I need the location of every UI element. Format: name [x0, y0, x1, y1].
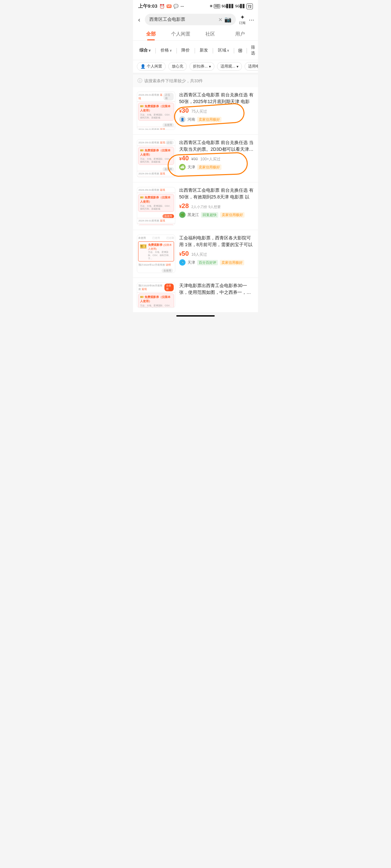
product-image-4: 未使用 已使用 已过期 🎫 免费观影券 (仅限本人使用) 万达、大地、星博国际、…	[137, 235, 175, 273]
product-title-3: 出西青区工会电影票 前台兑换任选 有50张，有效期到25.8天津 电影票 以	[179, 187, 254, 200]
chevron-price-icon: ∨	[170, 49, 172, 52]
status-bar: 上午9:03 ⏰ MI 💬 ··· ✳ HD 5G▋▋▋ 5G▋▋ 72	[133, 0, 258, 11]
tab-bar: 全部 个人闲置 社区 用户	[133, 28, 258, 41]
status-time: 上午9:03	[138, 3, 157, 9]
tag-theater[interactable]: 适用电	[245, 62, 258, 71]
camera-icon[interactable]: 📷	[224, 16, 231, 23]
price-row-4: 50 16人买过	[179, 250, 254, 257]
seller-reply-badge-3: 回复超快	[201, 212, 218, 218]
tag-personal[interactable]: 👤 个人闲置	[137, 62, 166, 71]
product-item-2[interactable]: 2024-09-01前有效 返现 占位 🎫 免费观影券（仅限本人使用） 万达、大…	[133, 135, 258, 182]
filter-sep-1: |	[155, 47, 157, 54]
seller-row-1: 👤 河南 卖家信用极好	[179, 116, 254, 123]
seller-location-4: 天津	[188, 260, 195, 265]
product-info-2: 出西青区工会电影票 前台兑换任选 当天取当天的票。2D3D都可以看天津 电 40…	[179, 139, 254, 178]
product-image-2: 2024-09-01前有效 返现 占位 🎫 免费观影券（仅限本人使用） 万达、大…	[137, 139, 175, 178]
product-info-3: 出西青区工会电影票 前台兑换任选 有50张，有效期到25.8天津 电影票 以 2…	[179, 187, 254, 225]
price-main-1: 30	[179, 107, 189, 114]
product-item-5[interactable]: 预计2025年08月前有效 返现 去使用 🎫 免费观影券（仅限本人使用） 万达、…	[133, 278, 258, 313]
filter-sep-2: |	[176, 47, 177, 54]
filter-discount[interactable]: 降价	[179, 46, 192, 54]
subscribe-button[interactable]: ✦ 订阅	[239, 14, 246, 25]
search-input-box[interactable]: 西青区工会电影票 ✕ 📷	[145, 14, 236, 25]
price-original-2: ¥90	[191, 157, 198, 161]
info-text: 该搜索条件下结果较少，共33件	[144, 78, 203, 84]
chevron-region-icon: ∨	[227, 49, 229, 52]
product-image-3: 2024-09-01前有效 返现 🎫 免费观影券（仅限本人使用） 万达、大地、星…	[137, 187, 175, 225]
back-button[interactable]: ‹	[137, 16, 142, 23]
bluetooth-icon: ✳	[210, 4, 213, 8]
tag-coupon[interactable]: 折扣券... ▾	[189, 62, 215, 71]
subscribe-label: 订阅	[239, 21, 246, 25]
product-info-1: 出西青区工会电影票 前台兑换任选 有50张，2025年12月底到期天津 电影 3…	[179, 92, 254, 130]
price-sold-2: 100+人买过	[200, 156, 221, 162]
seller-badge-3: 卖家信用极好	[220, 212, 245, 218]
product-item-4[interactable]: 未使用 已使用 已过期 🎫 免费观影券 (仅限本人使用) 万达、大地、星博国际、…	[133, 230, 258, 278]
price-main-3: 28	[179, 202, 189, 210]
product-image-5: 预计2025年08月前有效 返现 去使用 🎫 免费观影券（仅限本人使用） 万达、…	[137, 282, 175, 308]
product-item-3[interactable]: 2024-09-01前有效 返现 🎫 免费观影券（仅限本人使用） 万达、大地、星…	[133, 182, 258, 230]
filter-screen-button[interactable]: 筛选	[249, 43, 257, 57]
seller-location-3: 黑龙江	[188, 212, 199, 218]
filter-comprehensive[interactable]: 综合 ∨	[137, 46, 153, 54]
price-sold-4: 16人买过	[191, 252, 207, 257]
filter-sep-3: |	[194, 47, 196, 54]
product-image-1: 2024-09-01前有效 返现 占位用 🎫 免费观影券（仅限本人使用） 万达、…	[137, 92, 175, 130]
mi-icon: MI	[167, 4, 171, 8]
seller-badge-4: 卖家信用极好	[220, 260, 244, 265]
filter-region[interactable]: 区域 ∨	[215, 46, 232, 54]
filter-new[interactable]: 新发	[197, 46, 211, 54]
filter-price[interactable]: 价格 ∨	[158, 46, 174, 54]
product-item-1[interactable]: 2024-09-01前有效 返现 占位用 🎫 免费观影券（仅限本人使用） 万达、…	[133, 87, 258, 135]
product-info-5: 天津电影票出西青工会电影券30一张，使用范围如图，中之西券一，仅售	[179, 282, 254, 308]
tab-community[interactable]: 社区	[196, 28, 225, 40]
more-dots-icon: ···	[180, 4, 184, 9]
seller-row-3: 🌿 黑龙江 回复超快 卖家信用极好	[179, 212, 254, 218]
tab-personal[interactable]: 个人闲置	[166, 28, 196, 40]
product-list: 2024-09-01前有效 返现 占位用 🎫 免费观影券（仅限本人使用） 万达、…	[133, 87, 258, 313]
seller-row-2: 🏙 天津 卖家信用极好	[179, 164, 254, 170]
price-main-4: 50	[179, 250, 189, 257]
product-info-4: 工会福利电影票，西青区各大影院可用 1张，8月前可用，需要的宝子可以 50 16…	[179, 235, 254, 273]
signal-5g-1: 5G▋▋▋	[221, 4, 234, 8]
price-sold-1: 75人买过	[191, 109, 207, 114]
product-title-5: 天津电影票出西青工会电影券30一张，使用范围如图，中之西券一，仅售	[179, 282, 254, 296]
search-actions: ✦ 订阅 ···	[239, 14, 254, 25]
tag-filter-row: 👤 个人闲置 放心充 折扣券... ▾ 适用观... ▾ 适用电	[133, 60, 258, 74]
price-row-1: 30 75人买过	[179, 107, 254, 114]
product-title-4: 工会福利电影票，西青区各大影院可用 1张，8月前可用，需要的宝子可以	[179, 235, 254, 248]
seller-avatar-2: 🏙	[179, 164, 186, 170]
chevron-audience-icon: ▾	[236, 64, 239, 69]
product-title-1: 出西青区工会电影票 前台兑换任选 有50张，2025年12月底到期天津 电影	[179, 92, 254, 105]
tab-users[interactable]: 用户	[225, 28, 255, 40]
home-indicator	[176, 315, 215, 316]
price-sold-3: 2人小刀价 9人想要	[191, 205, 221, 209]
price-main-2: 40	[179, 155, 189, 162]
state-used: 已使用	[152, 236, 160, 240]
seller-location-1: 河南	[188, 117, 195, 122]
tag-trusted[interactable]: 放心充	[168, 62, 187, 71]
subscribe-icon: ✦	[240, 14, 245, 21]
price-row-2: 40 ¥90 100+人买过	[179, 155, 254, 162]
product-title-2: 出西青区工会电影票 前台兑换任选 当天取当天的票。2D3D都可以看天津 电	[179, 139, 254, 153]
alarm-icon: ⏰	[159, 4, 165, 9]
seller-location-2: 天津	[188, 164, 195, 170]
filter-bar: 综合 ∨ | 价格 ∨ | 降价 | 新发 | 区域 ∨ | ⊞ | 筛选	[133, 41, 258, 60]
hd-badge: HD	[214, 4, 220, 8]
filter-grid-icon[interactable]: ⊞	[236, 46, 244, 55]
seller-avatar-1: 👤	[179, 116, 186, 123]
tag-audience[interactable]: 适用观... ▾	[217, 62, 242, 71]
search-bar: ‹ 西青区工会电影票 ✕ 📷 ✦ 订阅 ···	[133, 11, 258, 28]
filter-sep-4: |	[212, 47, 214, 54]
seller-avatar-3: 🌿	[179, 212, 186, 218]
search-query: 西青区工会电影票	[149, 17, 217, 22]
tab-all[interactable]: 全部	[136, 28, 166, 40]
message-icon: 💬	[173, 4, 178, 9]
info-icon: ⓘ	[138, 78, 142, 84]
price-row-3: 28 2人小刀价 9人想要	[179, 202, 254, 210]
chevron-down-icon: ∨	[148, 49, 150, 52]
search-clear-icon[interactable]: ✕	[218, 17, 222, 23]
state-unused: 未使用	[138, 236, 146, 240]
more-options-button[interactable]: ···	[249, 16, 254, 23]
info-banner: ⓘ 该搜索条件下结果较少，共33件	[133, 74, 258, 87]
